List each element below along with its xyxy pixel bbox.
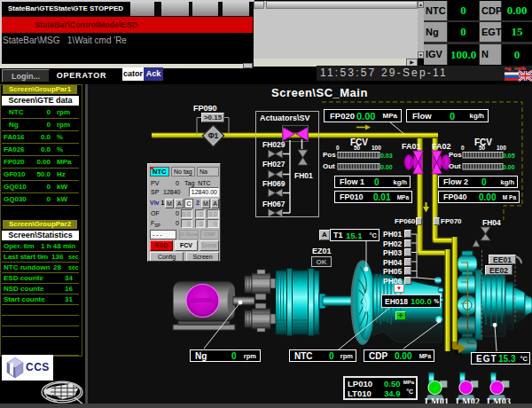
svg-text:100: 100 <box>372 145 381 151</box>
svg-text:0.05: 0.05 <box>503 153 515 159</box>
svg-text:0.00: 0.00 <box>503 164 515 170</box>
svg-text:0.03: 0.03 <box>380 153 393 159</box>
svg-text:0.00: 0.00 <box>380 164 393 170</box>
svg-text:Φ1: Φ1 <box>208 131 219 140</box>
svg-text:100: 100 <box>497 145 506 151</box>
svg-text:0: 0 <box>461 145 465 151</box>
svg-text:0: 0 <box>336 145 340 151</box>
